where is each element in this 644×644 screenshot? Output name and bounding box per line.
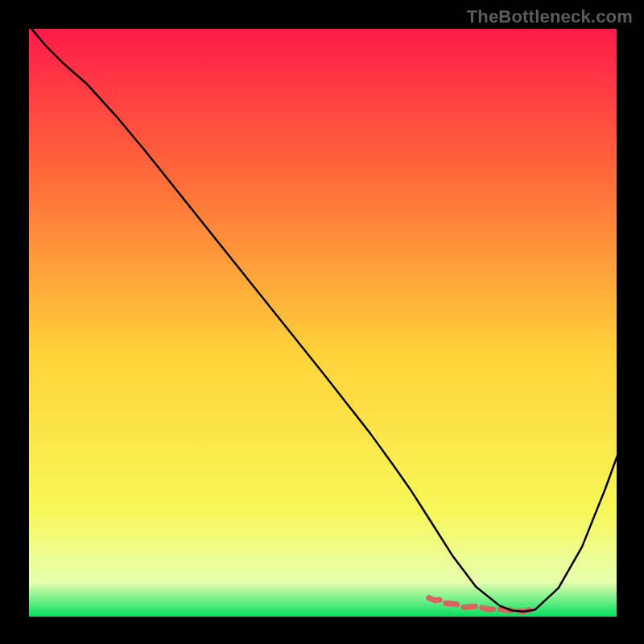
bottleneck-chart [0, 0, 644, 644]
watermark-label: TheBottleneck.com [467, 6, 633, 27]
chart-container: TheBottleneck.com [0, 0, 644, 644]
